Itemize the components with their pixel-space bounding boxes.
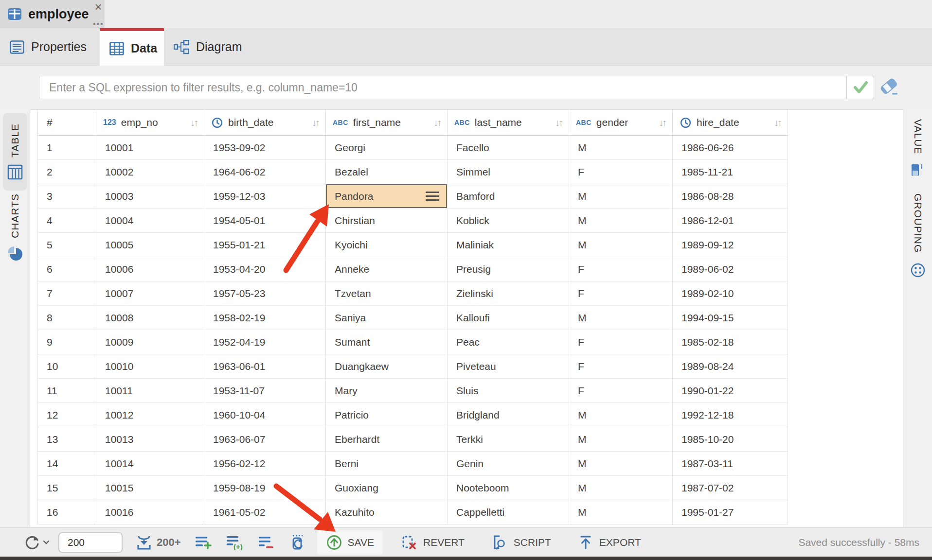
grid-cell[interactable]: F xyxy=(569,160,673,184)
grid-cell[interactable]: M xyxy=(569,136,673,160)
column-header-emp_no[interactable]: 123emp_no↓↑ xyxy=(96,110,204,136)
grid-cell[interactable]: Kyoichi xyxy=(326,233,448,257)
export-button[interactable]: EXPORT xyxy=(569,530,650,555)
refresh-grid-button[interactable] xyxy=(289,534,306,551)
grid-cell[interactable]: 1953-09-02 xyxy=(204,136,326,160)
grid-cell[interactable]: 1963-06-01 xyxy=(204,354,326,379)
grid-cell[interactable]: 1961-05-02 xyxy=(204,500,326,525)
sort-icon[interactable]: ↓↑ xyxy=(655,117,665,128)
grid-cell[interactable]: 10007 xyxy=(96,281,204,306)
column-header-hire_date[interactable]: hire_date↓↑ xyxy=(673,110,788,136)
row-number-cell[interactable]: 14 xyxy=(38,452,96,476)
grid-cell[interactable]: 1986-06-26 xyxy=(673,136,788,160)
grid-cell[interactable]: 10011 xyxy=(96,379,204,403)
close-tab-icon[interactable]: × xyxy=(91,0,105,14)
grid-cell[interactable]: F xyxy=(569,281,673,306)
column-header-birth_date[interactable]: birth_date↓↑ xyxy=(204,110,326,136)
grid-cell[interactable]: Peac xyxy=(448,330,569,354)
grid-cell[interactable]: 1964-06-02 xyxy=(204,160,326,184)
grid-cell[interactable]: 1959-12-03 xyxy=(204,184,326,209)
row-number-cell[interactable]: 3 xyxy=(38,184,96,209)
grid-cell[interactable]: M xyxy=(569,427,673,452)
grid-cell[interactable]: 1987-03-11 xyxy=(673,452,788,476)
grid-cell[interactable]: Maliniak xyxy=(448,233,569,257)
panel-tab-charts[interactable]: CHARTS xyxy=(3,189,27,266)
grid-cell[interactable]: M xyxy=(569,209,673,233)
grid-cell[interactable]: Tzvetan xyxy=(326,281,448,306)
grid-cell[interactable]: 1995-01-27 xyxy=(673,500,788,525)
tab-diagram[interactable]: Diagram xyxy=(164,28,266,66)
grid-cell[interactable]: Nooteboom xyxy=(448,476,569,500)
row-limit-input[interactable]: 200 xyxy=(58,532,123,553)
grid-cell[interactable]: 1994-09-15 xyxy=(673,306,788,330)
row-number-cell[interactable]: 16 xyxy=(38,500,96,525)
grid-cell[interactable]: 10015 xyxy=(96,476,204,500)
grid-cell[interactable]: 1990-01-22 xyxy=(673,379,788,403)
grid-cell[interactable]: Georgi xyxy=(326,136,448,160)
grid-cell[interactable]: Bamford xyxy=(448,184,569,209)
grid-cell[interactable]: M xyxy=(569,500,673,525)
column-header-gender[interactable]: ABCgender↓↑ xyxy=(569,110,673,136)
grid-cell[interactable]: 10012 xyxy=(96,403,204,427)
grid-cell[interactable]: 1985-10-20 xyxy=(673,427,788,452)
sort-icon[interactable]: ↓↑ xyxy=(430,117,440,128)
panel-tab-value[interactable]: VALUE I xyxy=(904,113,932,183)
grid-cell[interactable]: 1955-01-21 xyxy=(204,233,326,257)
edited-cell[interactable]: Pandora xyxy=(326,184,448,209)
row-number-cell[interactable]: 7 xyxy=(38,281,96,306)
refresh-button[interactable] xyxy=(23,534,50,551)
grid-cell[interactable]: 1986-12-01 xyxy=(673,209,788,233)
grid-cell[interactable]: Bridgland xyxy=(448,403,569,427)
add-row-button[interactable] xyxy=(195,535,212,550)
grid-cell[interactable]: 1992-12-18 xyxy=(673,403,788,427)
tab-properties[interactable]: Properties xyxy=(0,28,100,66)
grid-cell[interactable]: Preusig xyxy=(448,257,569,281)
grid-cell[interactable]: Saniya xyxy=(326,306,448,330)
row-number-cell[interactable]: 10 xyxy=(38,354,96,379)
grid-cell[interactable]: Eberhardt xyxy=(326,427,448,452)
grid-cell[interactable]: M xyxy=(569,306,673,330)
grid-cell[interactable]: 10001 xyxy=(96,136,204,160)
column-header-last_name[interactable]: ABClast_name↓↑ xyxy=(448,110,569,136)
row-number-cell[interactable]: 4 xyxy=(38,209,96,233)
duplicate-row-button[interactable]: (+) xyxy=(226,535,244,550)
row-number-cell[interactable]: 5 xyxy=(38,233,96,257)
tab-overflow-icon[interactable]: … xyxy=(91,15,105,27)
tab-employee[interactable]: employee xyxy=(0,0,89,28)
panel-tab-grouping[interactable]: GROUPING xyxy=(904,187,932,284)
grid-cell[interactable]: Kazuhito xyxy=(326,500,448,525)
revert-button[interactable]: REVERT xyxy=(392,530,473,555)
grid-cell[interactable]: Kalloufi xyxy=(448,306,569,330)
sql-filter-input[interactable]: Enter a SQL expression to filter results… xyxy=(39,76,874,99)
grid-cell[interactable]: 10006 xyxy=(96,257,204,281)
save-button[interactable]: SAVE xyxy=(317,530,383,555)
sort-icon[interactable]: ↓↑ xyxy=(308,117,319,128)
column-header-first_name[interactable]: ABCfirst_name↓↑ xyxy=(326,110,448,136)
row-number-cell[interactable]: 9 xyxy=(38,330,96,354)
grid-cell[interactable]: 1954-05-01 xyxy=(204,209,326,233)
grid-cell[interactable]: M xyxy=(569,184,673,209)
delete-row-button[interactable] xyxy=(258,535,275,550)
grid-cell[interactable]: Chirstian xyxy=(326,209,448,233)
grid-cell[interactable]: Terkki xyxy=(448,427,569,452)
grid-cell[interactable]: 1986-08-28 xyxy=(673,184,788,209)
grid-cell[interactable]: 10013 xyxy=(96,427,204,452)
grid-cell[interactable]: Piveteau xyxy=(448,354,569,379)
grid-cell[interactable]: 1952-04-19 xyxy=(204,330,326,354)
grid-cell[interactable]: F xyxy=(569,330,673,354)
grid-cell[interactable]: 10002 xyxy=(96,160,204,184)
grid-cell[interactable]: 10003 xyxy=(96,184,204,209)
grid-cell[interactable]: 10008 xyxy=(96,306,204,330)
grid-cell[interactable]: 1989-08-24 xyxy=(673,354,788,379)
grid-cell[interactable]: M xyxy=(569,403,673,427)
grid-cell[interactable]: 10004 xyxy=(96,209,204,233)
row-number-cell[interactable]: 8 xyxy=(38,306,96,330)
grid-cell[interactable]: 1960-10-04 xyxy=(204,403,326,427)
grid-cell[interactable]: Berni xyxy=(326,452,448,476)
grid-cell[interactable]: F xyxy=(569,354,673,379)
column-header-rownum[interactable]: # xyxy=(38,110,96,136)
grid-cell[interactable]: M xyxy=(569,452,673,476)
clear-filter-icon[interactable] xyxy=(878,76,900,98)
grid-cell[interactable]: Cappelletti xyxy=(448,500,569,525)
panel-tab-table[interactable]: TABLE xyxy=(3,113,27,191)
